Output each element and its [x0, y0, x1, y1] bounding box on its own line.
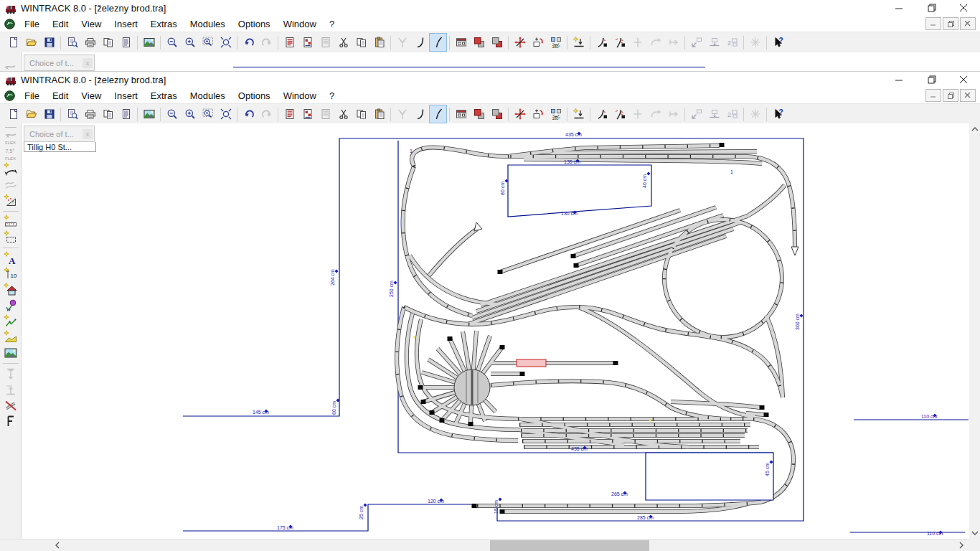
- move-element-button[interactable]: [511, 105, 529, 123]
- menu-edit[interactable]: Edit: [46, 89, 75, 103]
- contour-tool[interactable]: [1, 177, 20, 193]
- cut-button[interactable]: [334, 33, 352, 52]
- vertical-scrollbar[interactable]: [969, 123, 980, 539]
- menu-edit[interactable]: Edit: [46, 17, 75, 31]
- save-file-button[interactable]: [40, 33, 58, 52]
- image-tool[interactable]: [1, 345, 20, 361]
- restore-button[interactable]: [915, 72, 948, 88]
- distribute-button[interactable]: [746, 105, 764, 123]
- terrain-tool[interactable]: [1, 329, 20, 345]
- print-preview-button[interactable]: [63, 33, 81, 52]
- vegetation-tool[interactable]: [1, 298, 20, 314]
- scroll-left-button[interactable]: [52, 540, 63, 551]
- parts-list-button[interactable]: [117, 105, 135, 123]
- select-multi-button[interactable]: [723, 33, 741, 52]
- curve-steep-button[interactable]: [429, 33, 447, 52]
- flex-track-75-tool[interactable]: [1, 146, 20, 161]
- scroll-down-button[interactable]: [969, 527, 980, 539]
- redo-button[interactable]: [258, 105, 275, 123]
- track-length-tool[interactable]: [1, 161, 20, 177]
- gradient-tool[interactable]: [1, 193, 20, 209]
- menu-window[interactable]: Window: [277, 17, 323, 31]
- restore-button[interactable]: [915, 0, 948, 16]
- undo-button[interactable]: [240, 33, 258, 52]
- minimize-button[interactable]: [883, 0, 915, 16]
- zoom-window-button[interactable]: [199, 105, 217, 123]
- select-edge-button[interactable]: [705, 33, 723, 52]
- split-track-2-button[interactable]: [611, 105, 628, 123]
- layer-window-button[interactable]: [452, 33, 470, 52]
- extend-track-button[interactable]: [664, 33, 682, 52]
- extend-track-button[interactable]: [664, 105, 682, 123]
- select-edge-button[interactable]: [705, 105, 723, 123]
- menu-file[interactable]: File: [18, 17, 46, 31]
- menu-help[interactable]: ?: [323, 89, 341, 103]
- track-library-dropdown[interactable]: Tillig H0 St...: [24, 142, 96, 152]
- send-to-back-button[interactable]: [488, 105, 506, 123]
- menu-extras[interactable]: Extras: [144, 17, 184, 31]
- building-tool[interactable]: [1, 282, 20, 298]
- select-multi-button[interactable]: [723, 105, 741, 123]
- track-library-item[interactable]: Tillig H0 St...: [24, 142, 95, 151]
- zoom-out-button[interactable]: [163, 33, 181, 52]
- image-view-button[interactable]: [140, 33, 158, 52]
- horizontal-scroll-thumb[interactable]: [490, 540, 649, 551]
- redo-button[interactable]: [258, 33, 275, 52]
- menu-file[interactable]: File: [18, 89, 46, 103]
- move-element-button[interactable]: [511, 33, 529, 52]
- open-file-button[interactable]: [22, 33, 40, 52]
- minimize-button[interactable]: [883, 72, 915, 88]
- curve-gentle-button[interactable]: [411, 33, 429, 52]
- scroll-up-button[interactable]: [969, 123, 980, 135]
- copy-button[interactable]: [352, 105, 370, 123]
- print-preview-button[interactable]: [63, 105, 81, 123]
- menu-view[interactable]: View: [75, 89, 108, 103]
- rectangle-tool[interactable]: [1, 230, 20, 245]
- distribute-button[interactable]: [746, 33, 764, 52]
- menu-view[interactable]: View: [75, 17, 108, 31]
- join-tracks-button[interactable]: [628, 33, 646, 52]
- menu-modules[interactable]: Modules: [184, 17, 232, 31]
- new-file-button[interactable]: [4, 33, 22, 52]
- scroll-right-button[interactable]: [956, 540, 967, 551]
- selected-track[interactable]: [517, 359, 546, 367]
- split-track-button[interactable]: [593, 105, 611, 123]
- plan-view-red-button[interactable]: [281, 33, 298, 52]
- measure-height-tool[interactable]: [1, 366, 20, 382]
- connect-curve-button[interactable]: [646, 105, 664, 123]
- split-track-button[interactable]: [593, 33, 611, 52]
- align-track-button[interactable]: [570, 105, 588, 123]
- layer-window-button[interactable]: [452, 105, 470, 123]
- measure-tool[interactable]: [1, 214, 20, 230]
- split-track-2-button[interactable]: [611, 33, 628, 52]
- turntable[interactable]: [454, 369, 490, 405]
- measure-distance-tool[interactable]: [1, 382, 20, 397]
- print-pages-button[interactable]: [99, 33, 117, 52]
- menu-extras[interactable]: Extras: [144, 89, 184, 103]
- rotate-180-button[interactable]: [547, 105, 565, 123]
- rotate-180-button[interactable]: [547, 33, 565, 52]
- print-button[interactable]: [81, 33, 99, 52]
- parts-list-button[interactable]: [117, 33, 135, 52]
- context-help-button[interactable]: [769, 105, 787, 123]
- cut-button[interactable]: [334, 105, 352, 123]
- align-track-button[interactable]: [570, 33, 588, 52]
- delete-track-tool[interactable]: [1, 397, 20, 413]
- plan-view-gray-button[interactable]: [316, 105, 334, 123]
- zoom-fit-button[interactable]: [217, 105, 235, 123]
- bring-to-front-button[interactable]: [470, 33, 488, 52]
- flex-track-tool[interactable]: [1, 130, 20, 146]
- mdi-minimize-button[interactable]: [925, 17, 941, 30]
- zoom-fit-button[interactable]: [217, 33, 235, 52]
- mdi-close-button[interactable]: [960, 17, 976, 30]
- paste-button[interactable]: [370, 33, 388, 52]
- save-file-button[interactable]: [40, 105, 58, 123]
- copy-button[interactable]: [352, 33, 370, 52]
- menu-options[interactable]: Options: [232, 17, 277, 31]
- select-corner-button[interactable]: [687, 105, 705, 123]
- select-corner-button[interactable]: [687, 33, 705, 52]
- bring-to-front-button[interactable]: [470, 105, 488, 123]
- profile-tool[interactable]: [1, 413, 20, 429]
- print-pages-button[interactable]: [99, 105, 117, 123]
- horizontal-scrollbar[interactable]: [0, 539, 980, 551]
